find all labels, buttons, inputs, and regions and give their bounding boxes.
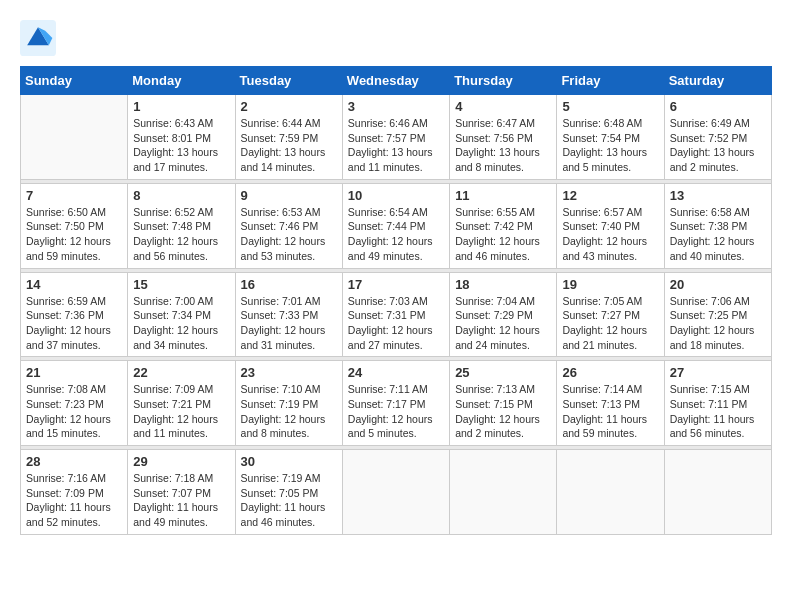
day-info: Sunrise: 7:05 AM Sunset: 7:27 PM Dayligh…: [562, 294, 658, 353]
day-info: Sunrise: 6:55 AM Sunset: 7:42 PM Dayligh…: [455, 205, 551, 264]
calendar-cell: 2Sunrise: 6:44 AM Sunset: 7:59 PM Daylig…: [235, 95, 342, 180]
calendar-cell: 27Sunrise: 7:15 AM Sunset: 7:11 PM Dayli…: [664, 361, 771, 446]
day-info: Sunrise: 6:52 AM Sunset: 7:48 PM Dayligh…: [133, 205, 229, 264]
calendar-cell: 4Sunrise: 6:47 AM Sunset: 7:56 PM Daylig…: [450, 95, 557, 180]
calendar-cell: 12Sunrise: 6:57 AM Sunset: 7:40 PM Dayli…: [557, 183, 664, 268]
page-header: [20, 20, 772, 56]
header-friday: Friday: [557, 67, 664, 95]
calendar-cell: 6Sunrise: 6:49 AM Sunset: 7:52 PM Daylig…: [664, 95, 771, 180]
day-number: 4: [455, 99, 551, 114]
day-info: Sunrise: 7:11 AM Sunset: 7:17 PM Dayligh…: [348, 382, 444, 441]
calendar-week-3: 14Sunrise: 6:59 AM Sunset: 7:36 PM Dayli…: [21, 272, 772, 357]
calendar-cell: [21, 95, 128, 180]
day-info: Sunrise: 6:53 AM Sunset: 7:46 PM Dayligh…: [241, 205, 337, 264]
calendar-cell: 26Sunrise: 7:14 AM Sunset: 7:13 PM Dayli…: [557, 361, 664, 446]
calendar-cell: 28Sunrise: 7:16 AM Sunset: 7:09 PM Dayli…: [21, 450, 128, 535]
calendar-cell: 11Sunrise: 6:55 AM Sunset: 7:42 PM Dayli…: [450, 183, 557, 268]
day-number: 26: [562, 365, 658, 380]
logo-icon: [20, 20, 56, 56]
day-info: Sunrise: 7:08 AM Sunset: 7:23 PM Dayligh…: [26, 382, 122, 441]
day-number: 20: [670, 277, 766, 292]
calendar-cell: [450, 450, 557, 535]
day-info: Sunrise: 7:03 AM Sunset: 7:31 PM Dayligh…: [348, 294, 444, 353]
day-info: Sunrise: 7:15 AM Sunset: 7:11 PM Dayligh…: [670, 382, 766, 441]
day-number: 27: [670, 365, 766, 380]
day-info: Sunrise: 7:01 AM Sunset: 7:33 PM Dayligh…: [241, 294, 337, 353]
day-info: Sunrise: 6:47 AM Sunset: 7:56 PM Dayligh…: [455, 116, 551, 175]
day-number: 14: [26, 277, 122, 292]
day-number: 7: [26, 188, 122, 203]
day-info: Sunrise: 6:54 AM Sunset: 7:44 PM Dayligh…: [348, 205, 444, 264]
day-number: 29: [133, 454, 229, 469]
calendar-week-5: 28Sunrise: 7:16 AM Sunset: 7:09 PM Dayli…: [21, 450, 772, 535]
day-number: 10: [348, 188, 444, 203]
day-info: Sunrise: 7:16 AM Sunset: 7:09 PM Dayligh…: [26, 471, 122, 530]
day-info: Sunrise: 7:18 AM Sunset: 7:07 PM Dayligh…: [133, 471, 229, 530]
day-info: Sunrise: 7:10 AM Sunset: 7:19 PM Dayligh…: [241, 382, 337, 441]
day-number: 21: [26, 365, 122, 380]
day-number: 5: [562, 99, 658, 114]
day-number: 22: [133, 365, 229, 380]
calendar-cell: 20Sunrise: 7:06 AM Sunset: 7:25 PM Dayli…: [664, 272, 771, 357]
day-info: Sunrise: 6:49 AM Sunset: 7:52 PM Dayligh…: [670, 116, 766, 175]
header-thursday: Thursday: [450, 67, 557, 95]
day-number: 25: [455, 365, 551, 380]
day-number: 16: [241, 277, 337, 292]
header-wednesday: Wednesday: [342, 67, 449, 95]
day-info: Sunrise: 6:46 AM Sunset: 7:57 PM Dayligh…: [348, 116, 444, 175]
header-saturday: Saturday: [664, 67, 771, 95]
calendar-cell: 15Sunrise: 7:00 AM Sunset: 7:34 PM Dayli…: [128, 272, 235, 357]
day-number: 8: [133, 188, 229, 203]
day-info: Sunrise: 7:06 AM Sunset: 7:25 PM Dayligh…: [670, 294, 766, 353]
calendar-cell: 13Sunrise: 6:58 AM Sunset: 7:38 PM Dayli…: [664, 183, 771, 268]
day-info: Sunrise: 7:14 AM Sunset: 7:13 PM Dayligh…: [562, 382, 658, 441]
day-number: 24: [348, 365, 444, 380]
calendar-cell: 21Sunrise: 7:08 AM Sunset: 7:23 PM Dayli…: [21, 361, 128, 446]
day-info: Sunrise: 7:13 AM Sunset: 7:15 PM Dayligh…: [455, 382, 551, 441]
day-info: Sunrise: 6:50 AM Sunset: 7:50 PM Dayligh…: [26, 205, 122, 264]
calendar-cell: 9Sunrise: 6:53 AM Sunset: 7:46 PM Daylig…: [235, 183, 342, 268]
calendar-cell: 3Sunrise: 6:46 AM Sunset: 7:57 PM Daylig…: [342, 95, 449, 180]
calendar-cell: 10Sunrise: 6:54 AM Sunset: 7:44 PM Dayli…: [342, 183, 449, 268]
calendar-week-4: 21Sunrise: 7:08 AM Sunset: 7:23 PM Dayli…: [21, 361, 772, 446]
header-tuesday: Tuesday: [235, 67, 342, 95]
day-info: Sunrise: 6:57 AM Sunset: 7:40 PM Dayligh…: [562, 205, 658, 264]
day-number: 6: [670, 99, 766, 114]
day-number: 15: [133, 277, 229, 292]
day-number: 30: [241, 454, 337, 469]
day-number: 19: [562, 277, 658, 292]
day-number: 28: [26, 454, 122, 469]
day-number: 11: [455, 188, 551, 203]
calendar-cell: 23Sunrise: 7:10 AM Sunset: 7:19 PM Dayli…: [235, 361, 342, 446]
day-number: 13: [670, 188, 766, 203]
day-number: 18: [455, 277, 551, 292]
calendar-cell: 24Sunrise: 7:11 AM Sunset: 7:17 PM Dayli…: [342, 361, 449, 446]
calendar-cell: 5Sunrise: 6:48 AM Sunset: 7:54 PM Daylig…: [557, 95, 664, 180]
calendar-cell: 18Sunrise: 7:04 AM Sunset: 7:29 PM Dayli…: [450, 272, 557, 357]
day-info: Sunrise: 7:04 AM Sunset: 7:29 PM Dayligh…: [455, 294, 551, 353]
calendar-cell: 19Sunrise: 7:05 AM Sunset: 7:27 PM Dayli…: [557, 272, 664, 357]
day-number: 3: [348, 99, 444, 114]
calendar-cell: 17Sunrise: 7:03 AM Sunset: 7:31 PM Dayli…: [342, 272, 449, 357]
calendar-cell: 29Sunrise: 7:18 AM Sunset: 7:07 PM Dayli…: [128, 450, 235, 535]
logo: [20, 20, 60, 56]
calendar-table: SundayMondayTuesdayWednesdayThursdayFrid…: [20, 66, 772, 535]
day-number: 9: [241, 188, 337, 203]
day-info: Sunrise: 6:44 AM Sunset: 7:59 PM Dayligh…: [241, 116, 337, 175]
day-number: 1: [133, 99, 229, 114]
calendar-cell: 8Sunrise: 6:52 AM Sunset: 7:48 PM Daylig…: [128, 183, 235, 268]
day-info: Sunrise: 7:19 AM Sunset: 7:05 PM Dayligh…: [241, 471, 337, 530]
calendar-week-1: 1Sunrise: 6:43 AM Sunset: 8:01 PM Daylig…: [21, 95, 772, 180]
day-info: Sunrise: 7:00 AM Sunset: 7:34 PM Dayligh…: [133, 294, 229, 353]
day-number: 2: [241, 99, 337, 114]
header-sunday: Sunday: [21, 67, 128, 95]
calendar-cell: 25Sunrise: 7:13 AM Sunset: 7:15 PM Dayli…: [450, 361, 557, 446]
calendar-cell: 7Sunrise: 6:50 AM Sunset: 7:50 PM Daylig…: [21, 183, 128, 268]
header-monday: Monday: [128, 67, 235, 95]
day-info: Sunrise: 7:09 AM Sunset: 7:21 PM Dayligh…: [133, 382, 229, 441]
calendar-cell: 16Sunrise: 7:01 AM Sunset: 7:33 PM Dayli…: [235, 272, 342, 357]
calendar-cell: 1Sunrise: 6:43 AM Sunset: 8:01 PM Daylig…: [128, 95, 235, 180]
calendar-week-2: 7Sunrise: 6:50 AM Sunset: 7:50 PM Daylig…: [21, 183, 772, 268]
calendar-cell: [557, 450, 664, 535]
calendar-cell: 22Sunrise: 7:09 AM Sunset: 7:21 PM Dayli…: [128, 361, 235, 446]
